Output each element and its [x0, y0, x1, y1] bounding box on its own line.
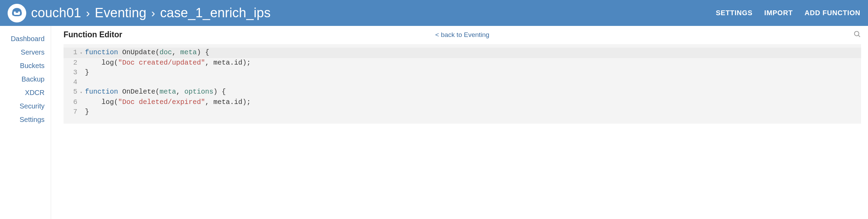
line-number: 5 — [64, 87, 79, 97]
sidebar-item-settings[interactable]: Settings — [0, 113, 51, 126]
code-line[interactable]: 5 ▾ function OnDelete(meta, options) { — [64, 87, 861, 97]
sidebar: Dashboard Servers Buckets Backup XDCR Se… — [0, 26, 51, 219]
svg-line-1 — [858, 35, 860, 37]
breadcrumb-cluster[interactable]: couch01 — [31, 6, 81, 20]
chevron-right-icon: › — [151, 6, 155, 20]
code-line[interactable]: 1 ▾ function OnUpdate(doc, meta) { — [64, 48, 861, 58]
body: Dashboard Servers Buckets Backup XDCR Se… — [0, 26, 868, 219]
import-button[interactable]: IMPORT — [764, 9, 793, 17]
code-line[interactable]: 4 — [64, 77, 861, 87]
logo — [8, 4, 26, 22]
code-line[interactable]: 3 } — [64, 68, 861, 77]
main-header: Function Editor < back to Eventing — [64, 30, 861, 44]
line-number: 4 — [64, 77, 79, 87]
add-function-button[interactable]: ADD FUNCTION — [804, 9, 860, 17]
sidebar-item-dashboard[interactable]: Dashboard — [0, 32, 51, 46]
sidebar-item-buckets[interactable]: Buckets — [0, 59, 51, 73]
code-editor[interactable]: 1 ▾ function OnUpdate(doc, meta) { 2 log… — [64, 44, 861, 124]
line-number: 6 — [64, 97, 79, 107]
sidebar-item-xdcr[interactable]: XDCR — [0, 86, 51, 99]
code-line[interactable]: 7 } — [64, 107, 861, 117]
page-title: Function Editor — [64, 30, 122, 39]
breadcrumb-section[interactable]: Eventing — [95, 6, 146, 20]
topbar: couch01 › Eventing › case_1_enrich_ips S… — [0, 0, 868, 26]
back-to-eventing-link[interactable]: < back to Eventing — [435, 31, 490, 39]
line-number: 7 — [64, 107, 79, 117]
chevron-right-icon: › — [86, 6, 90, 20]
fold-icon[interactable]: ▾ — [79, 88, 84, 97]
code-line[interactable]: 6 log("Doc deleted/expired", meta.id); — [64, 97, 861, 107]
search-icon[interactable] — [853, 30, 861, 39]
line-number: 1 — [64, 48, 79, 57]
breadcrumb-item: case_1_enrich_ips — [160, 6, 271, 20]
breadcrumb: couch01 › Eventing › case_1_enrich_ips — [31, 6, 271, 20]
code-line[interactable]: 2 log("Doc created/updated", meta.id); — [64, 58, 861, 68]
sidebar-item-servers[interactable]: Servers — [0, 46, 51, 59]
line-number: 2 — [64, 58, 79, 68]
sidebar-item-backup[interactable]: Backup — [0, 73, 51, 86]
sidebar-item-security[interactable]: Security — [0, 99, 51, 113]
fold-icon[interactable]: ▾ — [79, 48, 84, 58]
main: Function Editor < back to Eventing 1 ▾ f… — [51, 26, 868, 219]
topbar-actions: SETTINGS IMPORT ADD FUNCTION — [716, 9, 860, 17]
settings-button[interactable]: SETTINGS — [716, 9, 752, 17]
line-number: 3 — [64, 68, 79, 77]
